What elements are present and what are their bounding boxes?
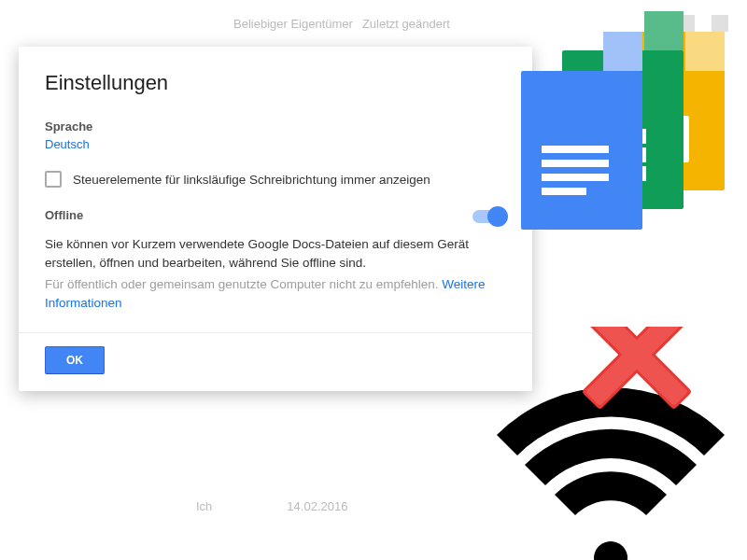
offline-description: Sie können vor Kurzem verwendete Google … [45, 235, 506, 272]
background-footer: Ich 14.02.2016 [196, 499, 347, 513]
offline-toggle[interactable] [472, 210, 506, 223]
offline-note-text: Für öffentlich oder gemeinsam genutzte C… [45, 277, 442, 291]
folder-icon [712, 15, 728, 32]
last-modified: Zuletzt geändert [362, 17, 450, 31]
language-link[interactable]: Deutsch [45, 137, 90, 151]
offline-label: Offline [45, 208, 83, 222]
offline-note: Für öffentlich oder gemeinsam genutzte C… [45, 275, 506, 312]
settings-dialog: Einstellungen Sprache Deutsch Steuerelem… [19, 47, 532, 391]
ok-button[interactable]: OK [45, 346, 105, 374]
footer-owner: Ich [196, 499, 212, 513]
no-wifi-icon [489, 327, 732, 560]
docs-icon [521, 71, 642, 230]
google-docs-icons [510, 32, 725, 218]
footer-date: 14.02.2016 [287, 499, 347, 513]
language-label: Sprache [45, 119, 506, 133]
owner-filter: Beliebiger Eigentümer [233, 17, 353, 31]
rtl-checkbox-label: Steuerelemente für linksläufige Schreibr… [73, 173, 430, 187]
dialog-title: Einstellungen [45, 71, 506, 95]
rtl-checkbox[interactable] [45, 171, 62, 188]
